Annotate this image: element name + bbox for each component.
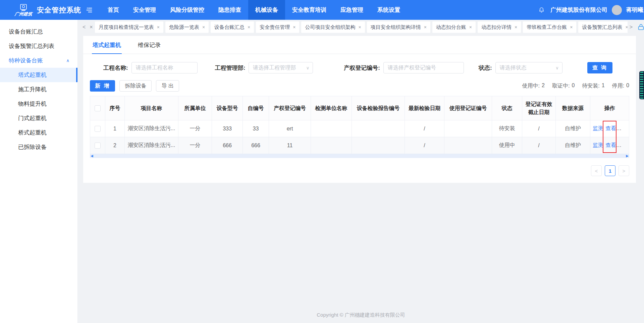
close-icon[interactable]: × bbox=[293, 24, 296, 30]
scroll-right-icon[interactable]: ▶ bbox=[626, 154, 629, 158]
sidebar-item-equipment-ledger-summary[interactable]: 设备台账汇总 bbox=[0, 24, 77, 39]
nav-item-emergency[interactable]: 应急管理 bbox=[333, 0, 370, 20]
view-link[interactable]: 查看 bbox=[605, 125, 616, 131]
select-all-checkbox[interactable] bbox=[95, 105, 101, 111]
search-button[interactable]: 查 询 bbox=[587, 62, 612, 73]
status-select[interactable]: 请选择状态 ∨ bbox=[495, 62, 562, 73]
sidebar-item-tower-crane[interactable]: 塔式起重机 bbox=[0, 68, 77, 82]
close-icon[interactable]: × bbox=[358, 24, 361, 30]
col-model: 设备型号 bbox=[212, 96, 243, 120]
col-self-no: 自编号 bbox=[243, 96, 269, 120]
open-tab-equipment-warning-list[interactable]: 设备预警汇总列表 × bbox=[578, 21, 627, 33]
content-card: 塔式起重机 维保记录 工程名称: 工程管理部: 请选择工程管理部 ∨ 产权登记编… bbox=[83, 36, 636, 183]
nav-item-safety-mgmt[interactable]: 安全管理 bbox=[126, 0, 163, 20]
brand: 广州建筑 安全管控系统 bbox=[0, 0, 78, 20]
stat-inuse-label: 使用中: bbox=[522, 83, 540, 90]
open-tab-company-org-structure[interactable]: 公司项目安全组织架构 × bbox=[301, 21, 365, 33]
nav-item-home[interactable]: 首页 bbox=[101, 0, 126, 20]
next-page-button[interactable]: > bbox=[619, 165, 629, 176]
nav-item-hazard-check[interactable]: 隐患排查 bbox=[211, 0, 248, 20]
open-tab-monthly-inspection[interactable]: 月度项目检查情况一览表 × bbox=[95, 21, 163, 33]
add-button[interactable]: 新 增 bbox=[90, 80, 115, 92]
open-tab-hazard-source-list[interactable]: 危险源一览表 × bbox=[165, 21, 209, 33]
table-header-row: 序号 项目名称 所属单位 设备型号 自编号 产权登记编号 检测单位名称 设备检验… bbox=[90, 96, 629, 120]
sidebar-item-material-hoist[interactable]: 物料提升机 bbox=[0, 97, 77, 111]
prev-page-button[interactable]: < bbox=[591, 165, 602, 176]
company-logo: 广州建筑 bbox=[15, 4, 32, 16]
stat-inuse-value: 2 bbox=[542, 83, 545, 90]
nav-item-settings[interactable]: 系统设置 bbox=[370, 0, 407, 20]
menu-fold-icon[interactable] bbox=[78, 0, 101, 20]
export-button[interactable]: 导 出 bbox=[156, 80, 179, 92]
open-tab-safety-responsibility[interactable]: 安全责任管理 × bbox=[256, 21, 299, 33]
status-label: 状态: bbox=[479, 64, 492, 72]
sidebar-group-special-equipment[interactable]: 特种设备台账 ∧ bbox=[0, 53, 77, 68]
nav-item-safety-training[interactable]: 安全教育培训 bbox=[285, 0, 333, 20]
col-report-no: 设备检验报告编号 bbox=[352, 96, 405, 120]
sidebar-item-gantry-crane[interactable]: 门式起重机 bbox=[0, 111, 77, 125]
dept-select[interactable]: 请选择工程管理部 ∨ bbox=[249, 62, 313, 73]
open-tab-dynamic-deduction-detail[interactable]: 动态扣分详情 × bbox=[478, 21, 521, 33]
equipment-table: 序号 项目名称 所属单位 设备型号 自编号 产权登记编号 检测单位名称 设备检验… bbox=[90, 96, 629, 154]
subtab-tower-crane[interactable]: 塔式起重机 bbox=[92, 36, 122, 54]
tabs-scroll-right-icon[interactable]: > bbox=[628, 24, 635, 30]
project-name-input[interactable] bbox=[131, 62, 198, 73]
open-tab-shift-inspection-ledger[interactable]: 带班检查工作台账 × bbox=[523, 21, 576, 33]
col-license-no: 使用登记证编号 bbox=[444, 96, 492, 120]
col-inspect-unit: 检测单位名称 bbox=[311, 96, 352, 120]
close-icon[interactable]: × bbox=[515, 24, 517, 30]
chevron-down-icon: ∨ bbox=[555, 65, 559, 70]
open-tabs: 月度项目检查情况一览表 × 危险源一览表 × 设备台账汇总 × 安全责任管理 ×… bbox=[95, 21, 628, 33]
nav-item-machinery[interactable]: 机械设备 bbox=[248, 0, 285, 20]
reg-no-input[interactable] bbox=[383, 62, 464, 73]
chevron-down-icon: ∨ bbox=[306, 65, 310, 70]
horizontal-scrollbar[interactable]: ◀ ▶ bbox=[90, 154, 629, 158]
scroll-left-icon[interactable]: ◀ bbox=[91, 154, 93, 158]
sidebar-item-dismantled-equipment[interactable]: 已拆除设备 bbox=[0, 140, 77, 154]
col-project: 项目名称 bbox=[125, 96, 178, 120]
subtab-maintenance-records[interactable]: 维保记录 bbox=[137, 36, 161, 54]
stat-disabled-label: 停用: bbox=[612, 83, 624, 90]
row-checkbox[interactable] bbox=[95, 143, 101, 149]
col-source: 数据来源 bbox=[556, 96, 590, 120]
main-nav: 首页 安全管理 风险分级管控 隐患排查 机械设备 安全教育培训 应急管理 系统设… bbox=[101, 0, 407, 20]
col-expire: 登记证有效截止日期 bbox=[522, 96, 556, 120]
open-tab-project-org-detail[interactable]: 项目安全组织架构详情 × bbox=[367, 21, 430, 33]
open-tab-dynamic-deduction-ledger[interactable]: 动态扣分台账 × bbox=[432, 21, 476, 33]
view-link[interactable]: 查看 bbox=[605, 142, 616, 148]
topbar: 广州建筑 安全管控系统 首页 安全管理 风险分级管控 隐患排查 机械设备 安全教… bbox=[0, 0, 644, 20]
lock-icon[interactable] bbox=[637, 23, 644, 31]
chevron-up-icon: ∧ bbox=[66, 58, 69, 63]
sidebar-item-construction-hoist[interactable]: 施工升降机 bbox=[0, 82, 77, 97]
close-icon[interactable]: × bbox=[202, 24, 205, 30]
company-name[interactable]: 广州建筑股份有限公司 bbox=[550, 6, 607, 14]
page-1-button[interactable]: 1 bbox=[605, 165, 615, 176]
notification-bell-icon[interactable] bbox=[537, 7, 546, 13]
open-tab-equipment-ledger-summary[interactable]: 设备台账汇总 × bbox=[211, 21, 254, 33]
tabs-strip-right: > bbox=[628, 23, 644, 31]
tabs-scroll-left-icon[interactable]: < bbox=[80, 24, 88, 30]
monitor-link[interactable]: 监测 bbox=[593, 125, 603, 131]
tabs-close-all-icon[interactable]: × bbox=[88, 24, 95, 30]
copyright-footer: Copyright © 广州穗建建造科技有限公司 bbox=[78, 308, 644, 323]
close-icon[interactable]: × bbox=[424, 24, 427, 30]
close-icon[interactable]: × bbox=[469, 24, 472, 30]
user-name[interactable]: 蒋明曦 bbox=[626, 6, 643, 14]
close-icon[interactable]: × bbox=[570, 24, 573, 30]
logo-emblem-icon bbox=[20, 4, 27, 11]
status-counters: 使用中:2 取证中:0 待安装:1 停用:0 bbox=[522, 83, 629, 90]
nav-item-risk-control[interactable]: 风险分级管控 bbox=[163, 0, 211, 20]
sidebar: 设备台账汇总 设备预警汇总列表 特种设备台账 ∧ 塔式起重机 施工升降机 物料提… bbox=[0, 20, 78, 323]
browser-side-widget[interactable] bbox=[639, 71, 644, 99]
sidebar-item-bridge-crane[interactable]: 桥式起重机 bbox=[0, 125, 77, 140]
close-icon[interactable]: × bbox=[248, 24, 250, 30]
user-avatar[interactable] bbox=[612, 5, 622, 15]
table-toolbar: 新 增 拆除设备 导 出 使用中:2 取证中:0 待安装:1 停用:0 bbox=[83, 74, 636, 96]
monitor-link[interactable]: 监测 bbox=[593, 142, 603, 148]
col-reg-no: 产权登记编号 bbox=[269, 96, 311, 120]
dismantle-button[interactable]: 拆除设备 bbox=[119, 80, 152, 92]
row-checkbox[interactable] bbox=[95, 126, 101, 132]
stat-certifying-value: 0 bbox=[572, 83, 575, 90]
close-icon[interactable]: × bbox=[157, 24, 160, 30]
sidebar-item-equipment-warning-list[interactable]: 设备预警汇总列表 bbox=[0, 39, 77, 53]
